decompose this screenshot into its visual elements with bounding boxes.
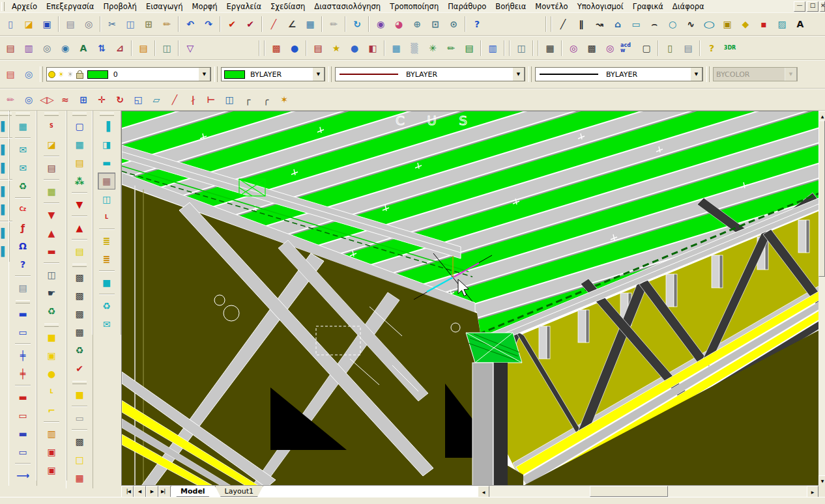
fog[interactable]: ▒ [406, 40, 423, 57]
beam-axis-red[interactable]: ╪ [14, 365, 32, 382]
match-properties[interactable]: ✏ [158, 16, 175, 33]
beam-arrow[interactable]: ⟶ [14, 467, 32, 484]
triangle-down[interactable]: ▼ [71, 196, 89, 213]
lights[interactable]: ★ [328, 40, 345, 57]
hand-pick[interactable]: ☛ [43, 285, 61, 301]
beam-top-bottom[interactable]: ▬ [14, 389, 32, 406]
refresh-image[interactable]: ♻ [14, 178, 32, 195]
landscape-edit[interactable]: ✏ [442, 40, 459, 57]
menu-grip[interactable] [1, 2, 5, 11]
array[interactable]: ⊞ [75, 91, 92, 108]
mesh-box-1[interactable]: ▩ [71, 269, 89, 286]
zoom-window[interactable]: ⊡ [427, 16, 444, 33]
explode[interactable]: ✶ [276, 91, 293, 108]
paste[interactable]: ⊞ [140, 16, 157, 33]
mesh-box-4[interactable]: ▩ [71, 324, 89, 341]
open-folder[interactable]: ◪ [20, 16, 37, 33]
3d-network-b[interactable]: ◎ [601, 40, 618, 57]
zoom-measure[interactable]: ⊿ [111, 40, 128, 57]
door-panel[interactable]: ▐ [98, 118, 115, 135]
slab-l-arc[interactable]: ⌐ [43, 402, 61, 419]
mesh-box-3[interactable]: ▩ [71, 305, 89, 322]
color-combo-arrow[interactable]: ▼ [312, 67, 325, 81]
table-arrow[interactable]: ▥ [43, 425, 61, 442]
3d-go[interactable]: ▩ [583, 40, 600, 57]
tab-model[interactable]: Model [171, 486, 215, 497]
acdw-tool[interactable]: acd w [620, 40, 637, 57]
recycle-green[interactable]: ♻ [43, 303, 61, 320]
menu-Παράθυρο[interactable]: Παράθυρο [443, 1, 491, 12]
vertical-scroll-thumb[interactable] [818, 120, 825, 277]
image-ref[interactable]: ▦ [302, 16, 319, 33]
horizontal-scroll-thumb[interactable] [590, 486, 668, 497]
lengthen[interactable]: ╱ [166, 91, 183, 108]
rack-shelf[interactable]: ▤ [43, 160, 61, 176]
linetype-combo-arrow[interactable]: ▼ [512, 67, 525, 81]
tree-network[interactable]: ⁂ [71, 173, 89, 189]
fence-grid[interactable]: ▦ [542, 40, 558, 57]
landscape-library[interactable]: ▤ [461, 40, 478, 57]
print-tool[interactable]: ▤ [14, 279, 32, 296]
slab-square[interactable]: ■ [43, 329, 61, 346]
tab-nav-first[interactable]: ▕◀ [121, 486, 134, 497]
linetype-combo[interactable]: BYLAYER ▼ [335, 67, 525, 81]
menu-Εισαγωγή[interactable]: Εισαγωγή [141, 1, 188, 12]
menu-Μορφή[interactable]: Μορφή [187, 1, 222, 12]
construction-line[interactable]: ∥ [573, 16, 590, 33]
mesh-box-2[interactable]: ▩ [71, 287, 89, 304]
zoom-in-out[interactable]: ⊕ [409, 16, 426, 33]
chamfer[interactable]: ┌ [239, 91, 256, 108]
tab-nav-prev[interactable]: ◀ [134, 486, 146, 497]
beam-hatch[interactable]: ▭ [14, 443, 32, 460]
menu-Διάφορα[interactable]: Διάφορα [668, 1, 709, 12]
mail-cyan[interactable]: ✉ [98, 316, 115, 333]
palette-grab-handle[interactable] [72, 264, 87, 267]
vertical-scrollbar[interactable]: ▲ ▼ [818, 111, 825, 485]
layers-manager[interactable]: ▤ [2, 66, 19, 83]
print-render[interactable]: ▤ [680, 40, 697, 57]
window-line[interactable]: ▬ [98, 154, 115, 171]
menu-Βοήθεια[interactable]: Βοήθεια [491, 1, 530, 12]
viewport-3d-scene[interactable]: C U S [122, 111, 819, 486]
fx-tool[interactable]: ƒ [14, 219, 32, 236]
palette-grab-handle[interactable] [16, 113, 30, 116]
move[interactable]: ✛ [93, 91, 110, 108]
plate-corner[interactable]: ▭ [71, 410, 89, 427]
menu-Επεξεργασία[interactable]: Επεξεργασία [42, 1, 98, 12]
palette-grab-handle[interactable] [16, 300, 30, 303]
menu-Προβολή[interactable]: Προβολή [98, 1, 141, 12]
stretch[interactable]: ▱ [148, 91, 165, 108]
slab-corners-1[interactable]: ▣ [43, 443, 61, 460]
slab-l-shape[interactable]: L [43, 384, 61, 400]
polygon[interactable]: ⌂ [609, 16, 626, 33]
layer-walk[interactable]: ▥ [20, 40, 37, 57]
boxes-stack[interactable]: ▤ [71, 154, 89, 171]
render-statistics[interactable]: ▥ [484, 40, 501, 57]
layer-combo[interactable]: ☀ ☀ 0 ▼ [46, 67, 211, 81]
slab-handles[interactable]: ▣ [43, 347, 61, 364]
lineweight-combo[interactable]: BYLAYER ▼ [535, 67, 703, 81]
frame-yellow[interactable]: □ [71, 451, 89, 468]
filter[interactable]: ▽ [182, 40, 199, 57]
zoom-axes[interactable]: ⇅ [93, 40, 110, 57]
color-combo[interactable]: BYLAYER ▼ [221, 67, 325, 81]
mesh-box-5[interactable]: ▩ [71, 433, 89, 450]
tab-nav-last[interactable]: ▶▏ [158, 486, 171, 497]
layer-combo-arrow[interactable]: ▼ [198, 67, 210, 81]
break[interactable]: ◫ [221, 91, 238, 108]
selection-area[interactable]: ▢ [638, 40, 655, 57]
redraw[interactable]: ↻ [349, 16, 366, 33]
print-preview[interactable]: ◎ [80, 16, 97, 33]
polyline[interactable]: ↝ [591, 16, 608, 33]
triangle-up[interactable]: ▲ [71, 219, 89, 236]
zoom-realtime[interactable]: ◉ [372, 16, 389, 33]
check-standards[interactable]: ✔ [224, 16, 240, 33]
erase[interactable]: ✏ [2, 91, 19, 108]
l-edit[interactable]: L [98, 209, 115, 226]
notepad[interactable]: ▯ [661, 40, 678, 57]
beam-plain[interactable]: ▬ [14, 305, 32, 322]
background[interactable]: ▦ [388, 40, 405, 57]
find-text[interactable]: A [75, 40, 92, 57]
3dr-tool[interactable]: 3DR [721, 40, 738, 57]
layer-zoom[interactable]: ◎ [20, 66, 37, 83]
